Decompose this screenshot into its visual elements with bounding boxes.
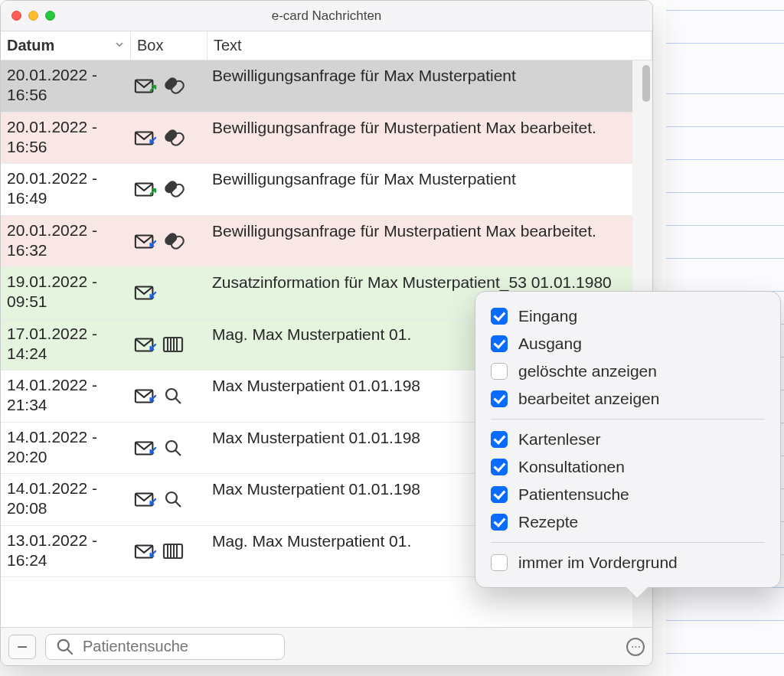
cell-datum: 20.01.2022 - 16:49 [1,164,131,215]
mail-in-icon [134,386,157,406]
svg-line-19 [175,501,181,507]
cell-box [131,60,207,112]
cell-datum: 19.01.2022 - 09:51 [1,267,131,318]
cell-box [131,423,207,474]
filter-option[interactable]: immer im Vordergrund [491,549,765,576]
search-input[interactable] [83,638,276,655]
cell-box [131,319,207,371]
mail-in-icon [134,541,157,561]
checkbox[interactable] [491,390,508,407]
search-icon [162,438,185,458]
filter-option[interactable]: Patientensuche [491,481,765,508]
mail-in-icon [134,282,157,302]
window-title: e-card Nachrichten [1,8,652,24]
mail-out-icon [134,179,157,199]
cell-box [131,267,207,318]
filter-option-label: Patientensuche [518,485,629,504]
pill-icon [162,231,185,251]
table-row[interactable]: 20.01.2022 - 16:56Bewilligungsanfrage fü… [1,60,652,113]
column-header-datum-label: Datum [7,37,54,54]
filter-option-label: Eingang [518,307,577,325]
checkbox[interactable] [491,308,508,325]
titlebar: e-card Nachrichten [1,1,652,31]
pill-icon [162,76,185,96]
svg-line-27 [67,649,73,655]
filter-option-label: bearbeitet anzeigen [518,390,659,408]
column-header-datum[interactable]: Datum [1,31,131,60]
more-options-button[interactable]: ⋯ [626,638,645,656]
filter-option-label: Ausgang [518,335,582,353]
cell-text: Bewilligungsanfrage für Max Musterpatien… [207,164,652,215]
checkbox[interactable] [491,486,508,503]
column-header-box[interactable]: Box [131,31,207,60]
search-icon [162,489,185,509]
column-header-text-label: Text [214,37,242,54]
popover-divider [491,542,765,543]
cell-text: Bewilligungsanfrage für Musterpatient Ma… [207,113,652,164]
mail-in-icon [134,231,157,251]
search-field[interactable] [45,634,285,660]
table-row[interactable]: 20.01.2022 - 16:56Bewilligungsanfrage fü… [1,113,652,165]
filter-option[interactable]: Rezepte [491,508,765,536]
svg-point-18 [166,492,177,503]
remove-button[interactable]: − [8,635,36,659]
cell-box [131,474,207,525]
filter-option[interactable]: Ausgang [491,330,765,358]
pill-icon [162,179,185,199]
cell-datum: 20.01.2022 - 16:56 [1,113,131,164]
cell-datum: 14.01.2022 - 21:34 [1,371,131,422]
column-header-box-label: Box [137,37,163,54]
mail-out-icon [134,76,157,96]
table-row[interactable]: 20.01.2022 - 16:32Bewilligungsanfrage fü… [1,216,652,268]
checkbox[interactable] [491,554,508,571]
mail-in-icon [134,128,157,148]
bottom-toolbar: − ⋯ [1,627,652,665]
card-icon [162,335,185,354]
cell-datum: 17.01.2022 - 14:24 [1,319,131,371]
card-icon [162,541,185,561]
checkbox[interactable] [491,514,508,531]
checkbox[interactable] [491,335,508,352]
mail-in-icon [134,438,157,458]
filter-option[interactable]: Konsultationen [491,453,765,481]
svg-point-15 [166,441,177,452]
checkbox[interactable] [491,459,508,475]
cell-datum: 14.01.2022 - 20:20 [1,423,131,474]
filter-option-label: gelöschte anzeigen [518,362,657,380]
filter-option-label: Konsultationen [518,458,625,476]
checkbox[interactable] [491,363,508,380]
svg-point-26 [58,639,69,650]
filter-option-label: immer im Vordergrund [518,554,678,572]
cell-box [131,164,207,215]
cell-datum: 20.01.2022 - 16:32 [1,216,131,267]
scrollbar-thumb[interactable] [642,65,650,102]
sort-caret-icon [115,40,124,51]
pill-icon [162,128,185,148]
cell-text: Bewilligungsanfrage für Max Musterpatien… [207,60,652,112]
cell-box [131,113,207,164]
search-icon [162,386,185,406]
filter-popover: EingangAusganggelöschte anzeigenbearbeit… [475,291,781,588]
filter-option[interactable]: bearbeitet anzeigen [491,385,765,413]
column-header-text[interactable]: Text [207,31,652,60]
cell-datum: 13.01.2022 - 16:24 [1,526,131,577]
cell-box [131,216,207,267]
filter-option[interactable]: Kartenleser [491,426,765,453]
filter-option[interactable]: gelöschte anzeigen [491,358,765,385]
column-headers: Datum Box Text [1,31,652,60]
cell-box [131,371,207,422]
cell-datum: 14.01.2022 - 20:08 [1,474,131,525]
table-row[interactable]: 20.01.2022 - 16:49Bewilligungsanfrage fü… [1,164,652,216]
filter-option-label: Rezepte [518,513,578,531]
mail-in-icon [134,489,157,509]
svg-point-12 [166,389,177,400]
checkbox[interactable] [491,431,508,448]
mail-in-icon [134,335,157,354]
cell-text: Bewilligungsanfrage für Musterpatient Ma… [207,216,652,267]
cell-box [131,526,207,577]
svg-line-13 [175,398,181,403]
filter-option-label: Kartenleser [518,430,600,449]
cell-datum: 20.01.2022 - 16:56 [1,60,131,112]
filter-option[interactable]: Eingang [491,302,765,330]
popover-divider [491,419,765,420]
